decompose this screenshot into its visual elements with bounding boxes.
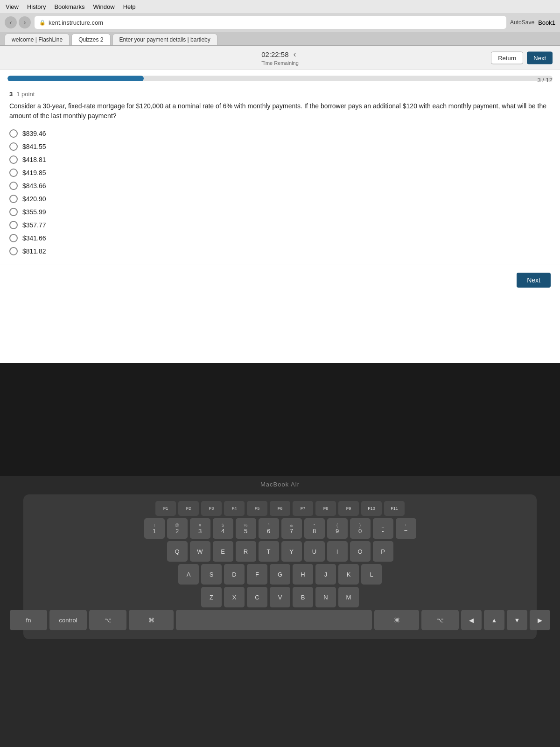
- choice-item-1[interactable]: $841.55: [9, 142, 551, 151]
- key-w[interactable]: W: [190, 541, 210, 562]
- key-num-10[interactable]: _-: [373, 518, 393, 539]
- tab-quizzes[interactable]: Quizzes 2: [71, 34, 110, 45]
- choice-item-2[interactable]: $418.81: [9, 155, 551, 164]
- next-header-button[interactable]: Next: [527, 51, 553, 64]
- radio-0[interactable]: [9, 129, 18, 138]
- key-f3[interactable]: F3: [201, 501, 222, 516]
- key-p[interactable]: P: [373, 541, 393, 562]
- forward-button[interactable]: ›: [19, 16, 31, 28]
- key-cmd-right[interactable]: ⌘: [374, 610, 419, 630]
- key-option[interactable]: ⌥: [89, 610, 126, 630]
- key-l[interactable]: L: [361, 564, 382, 585]
- choice-label-5: $420.90: [22, 195, 46, 203]
- key-cmd-left[interactable]: ⌘: [129, 610, 174, 630]
- radio-6[interactable]: [9, 208, 18, 216]
- key-left[interactable]: ◀: [461, 610, 482, 630]
- key-u[interactable]: U: [304, 541, 325, 562]
- key-f11[interactable]: F11: [384, 501, 405, 516]
- key-a[interactable]: A: [178, 564, 199, 585]
- menu-history[interactable]: History: [27, 3, 46, 10]
- menu-view[interactable]: View: [6, 3, 19, 10]
- return-button[interactable]: Return: [491, 51, 523, 64]
- key-y[interactable]: Y: [281, 541, 302, 562]
- key-c[interactable]: C: [247, 587, 267, 607]
- key-num-11[interactable]: +=: [396, 518, 416, 539]
- choice-item-4[interactable]: $843.66: [9, 182, 551, 190]
- key-f[interactable]: F: [247, 564, 267, 585]
- key-o[interactable]: O: [350, 541, 371, 562]
- key-num-1[interactable]: @2: [167, 518, 188, 539]
- choice-item-6[interactable]: $355.99: [9, 208, 551, 216]
- key-num-8[interactable]: (9: [327, 518, 348, 539]
- key-f1[interactable]: F1: [155, 501, 176, 516]
- key-num-5[interactable]: ^6: [259, 518, 279, 539]
- key-f10[interactable]: F10: [361, 501, 382, 516]
- key-v[interactable]: V: [270, 587, 290, 607]
- choice-item-8[interactable]: $341.66: [9, 234, 551, 242]
- key-space[interactable]: [176, 610, 372, 630]
- number-key-row: !1@2#3$4%5^6&7*8(9)0_-+=: [32, 518, 528, 539]
- key-k[interactable]: K: [338, 564, 359, 585]
- key-ctrl[interactable]: control: [49, 610, 87, 630]
- choice-item-3[interactable]: $419.85: [9, 169, 551, 177]
- key-fn[interactable]: fn: [10, 610, 47, 630]
- key-h[interactable]: H: [293, 564, 313, 585]
- radio-3[interactable]: [9, 169, 18, 177]
- key-j[interactable]: J: [315, 564, 336, 585]
- back-button[interactable]: ‹: [5, 16, 17, 28]
- menu-help[interactable]: Help: [123, 3, 136, 10]
- key-f5[interactable]: F5: [247, 501, 267, 516]
- key-i[interactable]: I: [327, 541, 348, 562]
- radio-7[interactable]: [9, 221, 18, 229]
- key-down[interactable]: ▼: [507, 610, 527, 630]
- tab-flashline[interactable]: welcome | FlashLine: [5, 34, 70, 45]
- key-f4[interactable]: F4: [224, 501, 245, 516]
- tab-bartleby[interactable]: Enter your payment details | bartleby: [112, 34, 217, 45]
- address-bar[interactable]: 🔒 kent.instructure.com: [35, 16, 506, 29]
- choice-item-0[interactable]: $839.46: [9, 129, 551, 138]
- key-num-6[interactable]: &7: [281, 518, 302, 539]
- key-f9[interactable]: F9: [338, 501, 359, 516]
- key-q[interactable]: Q: [167, 541, 188, 562]
- key-f2[interactable]: F2: [178, 501, 199, 516]
- radio-4[interactable]: [9, 182, 18, 190]
- key-num-7[interactable]: *8: [304, 518, 325, 539]
- key-d[interactable]: D: [224, 564, 245, 585]
- radio-2[interactable]: [9, 155, 18, 164]
- key-f7[interactable]: F7: [293, 501, 313, 516]
- key-num-2[interactable]: #3: [190, 518, 210, 539]
- key-s[interactable]: S: [201, 564, 222, 585]
- key-num-9[interactable]: )0: [350, 518, 371, 539]
- key-g[interactable]: G: [270, 564, 290, 585]
- key-f8[interactable]: F8: [315, 501, 336, 516]
- choice-item-5[interactable]: $420.90: [9, 195, 551, 203]
- key-num-4[interactable]: %5: [236, 518, 256, 539]
- radio-1[interactable]: [9, 142, 18, 151]
- key-n[interactable]: N: [315, 587, 336, 607]
- key-num-3[interactable]: $4: [213, 518, 233, 539]
- key-x[interactable]: X: [224, 587, 245, 607]
- key-f6[interactable]: F6: [270, 501, 290, 516]
- collapse-button[interactable]: ‹: [294, 49, 296, 59]
- key-e[interactable]: E: [213, 541, 233, 562]
- radio-5[interactable]: [9, 195, 18, 203]
- radio-8[interactable]: [9, 234, 18, 242]
- timer-value: 02:22:58: [261, 50, 288, 58]
- key-t[interactable]: T: [259, 541, 279, 562]
- menu-bookmarks[interactable]: Bookmarks: [54, 3, 84, 10]
- radio-9[interactable]: [9, 247, 18, 255]
- next-bottom-button[interactable]: Next: [517, 273, 551, 288]
- key-up[interactable]: ▲: [484, 610, 504, 630]
- menu-window[interactable]: Window: [93, 3, 114, 10]
- key-z[interactable]: Z: [201, 587, 222, 607]
- key-b[interactable]: B: [293, 587, 313, 607]
- choice-item-7[interactable]: $357.77: [9, 221, 551, 229]
- keyboard-area: MacBook Air F1F2F3F4F5F6F7F8F9F10F11 !1@…: [0, 476, 560, 747]
- key-option-right[interactable]: ⌥: [421, 610, 459, 630]
- key-num-0[interactable]: !1: [144, 518, 165, 539]
- key-m[interactable]: M: [338, 587, 359, 607]
- url-text: kent.instructure.com: [49, 19, 103, 26]
- key-right[interactable]: ▶: [530, 610, 550, 630]
- choice-item-9[interactable]: $811.82: [9, 247, 551, 255]
- key-r[interactable]: R: [236, 541, 256, 562]
